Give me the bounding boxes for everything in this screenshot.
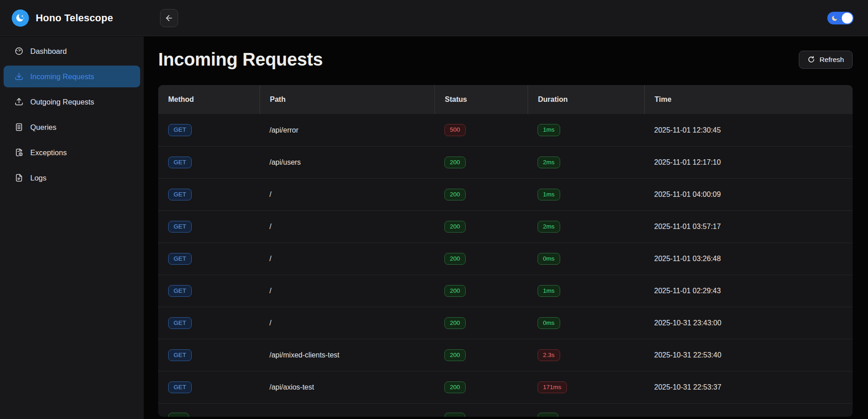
row-time: 2025-10-31 22:53:37	[644, 383, 853, 391]
row-path: /api/error	[259, 126, 434, 134]
table-row[interactable]: GET / 200 2ms 2025-11-01 03:57:17	[158, 210, 853, 243]
method-badge: GET	[168, 221, 192, 233]
theme-toggle[interactable]	[827, 12, 854, 24]
column-header-status: Status	[434, 85, 528, 114]
column-header-time: Time	[644, 85, 853, 114]
row-time: 2025-11-01 12:30:45	[644, 126, 853, 134]
row-time: 2025-11-01 12:17:10	[644, 158, 853, 167]
table-row[interactable]: GET /api/error 500 1ms 2025-11-01 12:30:…	[158, 114, 853, 146]
row-time: 2025-11-01 03:26:48	[644, 255, 853, 263]
sidebar-item-label: Dashboard	[30, 47, 67, 56]
upload-icon	[14, 97, 24, 106]
row-path: /	[259, 190, 434, 199]
duration-badge: 0ms	[538, 253, 560, 265]
sidebar-item-label: Incoming Requests	[30, 72, 94, 81]
table-row[interactable]: GET / 200 0ms 2025-10-31 23:43:00	[158, 307, 853, 339]
table-body: GET /api/error 500 1ms 2025-11-01 12:30:…	[158, 114, 853, 417]
table-row[interactable]: GET /api/axios-test 200 171ms 2025-10-31…	[158, 371, 853, 403]
row-path: /	[259, 255, 434, 263]
sidebar-item-queries[interactable]: Queries	[4, 116, 140, 138]
sidebar-item-exceptions[interactable]: Exceptions	[4, 142, 140, 163]
refresh-label: Refresh	[820, 56, 844, 64]
database-icon	[14, 123, 24, 132]
moon-sparkles-icon	[15, 13, 26, 24]
main-content: Incoming Requests Refresh Method Path St…	[144, 37, 868, 419]
column-header-path: Path	[259, 85, 434, 114]
table-row[interactable]: GET / 200 1ms 2025-11-01 02:29:43	[158, 275, 853, 307]
status-badge	[444, 413, 465, 417]
topbar: Hono Telescope	[0, 0, 868, 36]
sidebar-item-logs[interactable]: Logs	[4, 167, 140, 189]
back-button[interactable]	[160, 9, 178, 27]
app-logo	[12, 10, 29, 27]
row-time: 2025-11-01 04:00:09	[644, 190, 853, 199]
duration-badge: 1ms	[538, 189, 560, 201]
status-badge: 200	[444, 317, 466, 329]
row-path: /	[259, 287, 434, 295]
row-path: /	[259, 319, 434, 327]
status-badge: 200	[444, 253, 466, 265]
method-badge: GET	[168, 317, 192, 329]
method-badge: GET	[168, 253, 192, 265]
table-row-partial[interactable]	[158, 403, 853, 417]
refresh-button[interactable]: Refresh	[799, 51, 853, 69]
page-title: Incoming Requests	[158, 49, 323, 70]
row-time: 2025-10-31 22:53:40	[644, 351, 853, 359]
refresh-icon	[807, 56, 815, 63]
status-badge: 200	[444, 221, 466, 233]
row-path: /api/mixed-clients-test	[259, 351, 434, 359]
duration-badge: 2ms	[538, 221, 560, 233]
app-title: Hono Telescope	[36, 12, 113, 24]
sidebar: Dashboard Incoming Requests Outgoing Req…	[0, 37, 144, 419]
method-badge: GET	[168, 157, 192, 169]
method-badge: GET	[168, 285, 192, 297]
table-header: Method Path Status Duration Time	[158, 85, 853, 114]
gauge-icon	[14, 47, 24, 56]
duration-badge: 0ms	[538, 317, 560, 329]
brand: Hono Telescope	[0, 10, 144, 27]
row-time: 2025-10-31 23:43:00	[644, 319, 853, 327]
sidebar-item-incoming-requests[interactable]: Incoming Requests	[4, 66, 140, 87]
arrow-left-icon	[165, 14, 174, 23]
method-badge	[168, 413, 189, 417]
sidebar-item-label: Queries	[30, 123, 57, 132]
table-row[interactable]: GET /api/users 200 2ms 2025-11-01 12:17:…	[158, 146, 853, 178]
method-badge: GET	[168, 189, 192, 201]
method-badge: GET	[168, 381, 192, 394]
status-badge: 200	[444, 285, 466, 297]
duration-badge: 2.3s	[538, 349, 560, 362]
row-time: 2025-11-01 02:29:43	[644, 287, 853, 295]
file-text-icon	[14, 173, 24, 182]
status-badge: 200	[444, 157, 466, 169]
file-warning-icon	[14, 148, 24, 157]
method-badge: GET	[168, 124, 192, 136]
sidebar-item-dashboard[interactable]: Dashboard	[4, 40, 140, 62]
duration-badge: 1ms	[538, 285, 560, 297]
download-icon	[14, 72, 24, 81]
moon-icon	[831, 14, 839, 22]
column-header-method: Method	[158, 85, 259, 114]
status-badge: 200	[444, 381, 466, 394]
sidebar-item-outgoing-requests[interactable]: Outgoing Requests	[4, 91, 140, 113]
duration-badge: 171ms	[538, 381, 567, 394]
row-path: /api/axios-test	[259, 383, 434, 391]
method-badge: GET	[168, 349, 192, 362]
duration-badge	[538, 413, 558, 417]
duration-badge: 2ms	[538, 157, 560, 169]
status-badge: 200	[444, 349, 466, 362]
status-badge: 500	[444, 124, 466, 136]
column-header-duration: Duration	[528, 85, 644, 114]
sidebar-item-label: Logs	[30, 174, 47, 182]
row-path: /api/users	[259, 158, 434, 167]
requests-table: Method Path Status Duration Time GET /ap…	[158, 85, 853, 417]
sidebar-item-label: Exceptions	[30, 148, 67, 157]
toggle-knob	[842, 13, 853, 24]
table-row[interactable]: GET / 200 0ms 2025-11-01 03:26:48	[158, 243, 853, 275]
row-time: 2025-11-01 03:57:17	[644, 223, 853, 231]
table-row[interactable]: GET /api/mixed-clients-test 200 2.3s 202…	[158, 339, 853, 371]
sidebar-item-label: Outgoing Requests	[30, 98, 94, 106]
row-path: /	[259, 223, 434, 231]
table-row[interactable]: GET / 200 1ms 2025-11-01 04:00:09	[158, 178, 853, 210]
status-badge: 200	[444, 189, 466, 201]
duration-badge: 1ms	[538, 124, 560, 136]
